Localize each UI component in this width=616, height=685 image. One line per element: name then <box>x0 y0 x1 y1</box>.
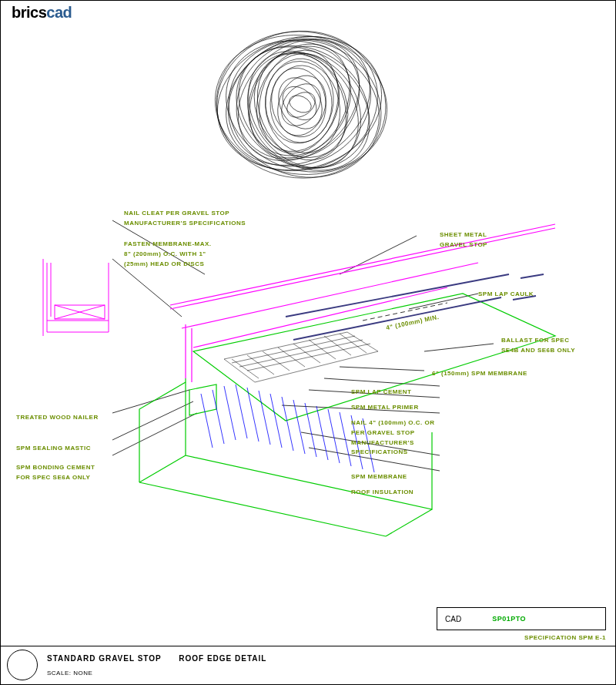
svg-point-21 <box>203 18 397 188</box>
spec-code: SPECIFICATION SPM E-1 <box>524 634 606 641</box>
bricscad-logo: bricscad <box>12 4 72 22</box>
label-membrane-150: 6" (150mm) SPM MEMBRANE <box>432 369 527 379</box>
title-block: STANDARD GRAVEL STOP ROOF EDGE DETAIL SC… <box>1 646 615 684</box>
logo-cad: cad <box>46 4 72 21</box>
label-spm-lap-caulk: SPM LAP CAULK <box>478 290 534 300</box>
label-spm-sealing: SPM SEALING MASTIC <box>16 444 91 454</box>
cad-box-label: CAD <box>445 615 461 623</box>
svg-point-27 <box>229 25 370 176</box>
title-sub: ROOF EDGE DETAIL <box>179 654 266 663</box>
cad-id-box: CAD SP01PTO <box>437 607 606 630</box>
detail-marker-circle <box>7 650 38 680</box>
title-text: STANDARD GRAVEL STOP ROOF EDGE DETAIL <box>47 654 266 663</box>
drawing-canvas: bricscad <box>0 0 616 685</box>
label-fasten-membrane: FASTEN MEMBRANE-MAX. 8" (200mm) O.C. WIT… <box>124 240 212 269</box>
roof-detail-drawing <box>16 217 601 548</box>
svg-point-13 <box>266 64 332 142</box>
label-spm-metal-primer: SPM METAL PRIMER <box>351 403 419 413</box>
title-main: STANDARD GRAVEL STOP <box>47 654 162 663</box>
svg-point-19 <box>286 92 314 116</box>
cad-box-code: SP01PTO <box>492 615 526 623</box>
svg-point-29 <box>248 41 350 162</box>
label-roof-insulation: ROOF INSULATION <box>351 488 413 498</box>
svg-point-10 <box>257 54 349 159</box>
label-treated-wood: TREATED WOOD NAILER <box>16 413 99 423</box>
label-sheet-metal: SHEET METAL GRAVEL STOP <box>440 230 487 250</box>
svg-point-0 <box>210 25 392 185</box>
svg-point-24 <box>214 22 394 193</box>
label-spm-bonding: SPM BONDING CEMENT FOR SPEC SE6A ONLY <box>16 463 95 483</box>
label-spm-membrane: SPM MEMBRANE <box>351 472 407 482</box>
scribble-graphic <box>201 16 401 193</box>
svg-point-18 <box>283 87 320 123</box>
scale-text: SCALE: NONE <box>47 670 92 677</box>
svg-point-3 <box>207 16 392 190</box>
label-ballast: BALLAST FOR SPEC SE4B AND SE6B ONLY <box>501 336 575 356</box>
logo-brics: brics <box>12 4 46 21</box>
label-nail-4: NAIL 4" (100mm) O.C. OR PER GRAVEL STOP … <box>351 418 435 458</box>
label-nail-cleat: NAIL CLEAT PER GRAVEL STOP MANUFACTURER'… <box>124 209 246 229</box>
label-spm-lap-cement: SPM LAP CEMENT <box>351 388 411 398</box>
svg-point-15 <box>270 70 331 136</box>
